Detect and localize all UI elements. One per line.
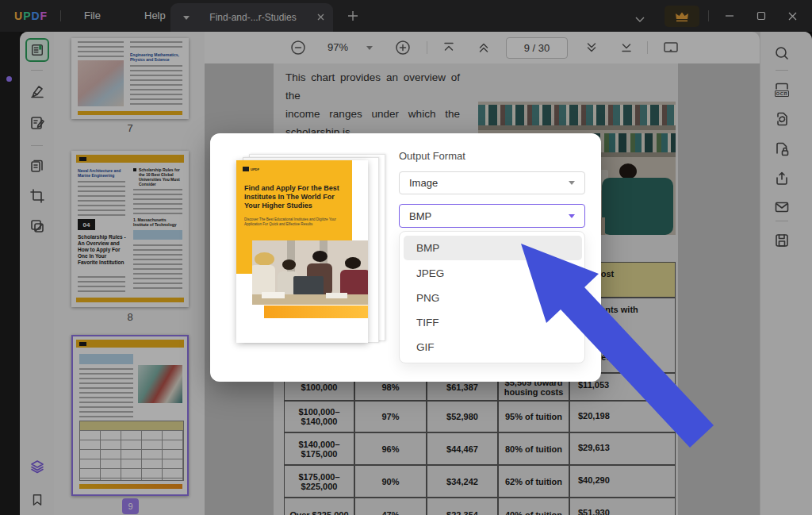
export-dialog: UPDF Find and Apply For the Best Institu…	[210, 133, 601, 382]
image-format-value: BMP	[409, 210, 431, 222]
output-type-value: Image	[409, 177, 438, 189]
document-cover: UPDF Find and Apply For the Best Institu…	[236, 160, 368, 343]
option-tiff[interactable]: TIFF	[404, 310, 582, 335]
cover-logo-text: UPDF	[251, 167, 259, 171]
cover-accent-band	[264, 306, 368, 318]
option-jpeg[interactable]: JPEG	[404, 261, 582, 286]
books	[262, 292, 285, 298]
cover-title: Find and Apply For the Best Institutes I…	[244, 184, 347, 210]
chevron-down-icon	[569, 181, 575, 185]
laptop	[293, 276, 324, 295]
person-head	[312, 251, 327, 262]
output-format-label: Output Format	[399, 150, 465, 162]
option-bmp[interactable]: BMP	[404, 236, 582, 260]
books	[326, 293, 347, 298]
chevron-down-icon	[569, 214, 575, 218]
person-head	[255, 252, 274, 266]
image-format-select[interactable]: BMP	[399, 204, 585, 228]
cover-logo-chip	[243, 167, 249, 171]
option-png[interactable]: PNG	[404, 286, 582, 310]
format-options-dropdown: BMP JPEG PNG TIFF GIF	[399, 231, 585, 363]
updf-window: UPDF File Help Find-and-...r-Studies	[0, 0, 812, 515]
option-gif[interactable]: GIF	[404, 335, 582, 359]
cover-subtitle: Discover The Best Educational Institutes…	[244, 217, 343, 227]
person-head	[345, 257, 361, 269]
cover-photo	[252, 240, 368, 305]
output-type-select[interactable]: Image	[399, 171, 585, 194]
export-preview: UPDF Find and Apply For the Best Institu…	[236, 152, 395, 351]
cover-logo: UPDF	[243, 167, 259, 171]
